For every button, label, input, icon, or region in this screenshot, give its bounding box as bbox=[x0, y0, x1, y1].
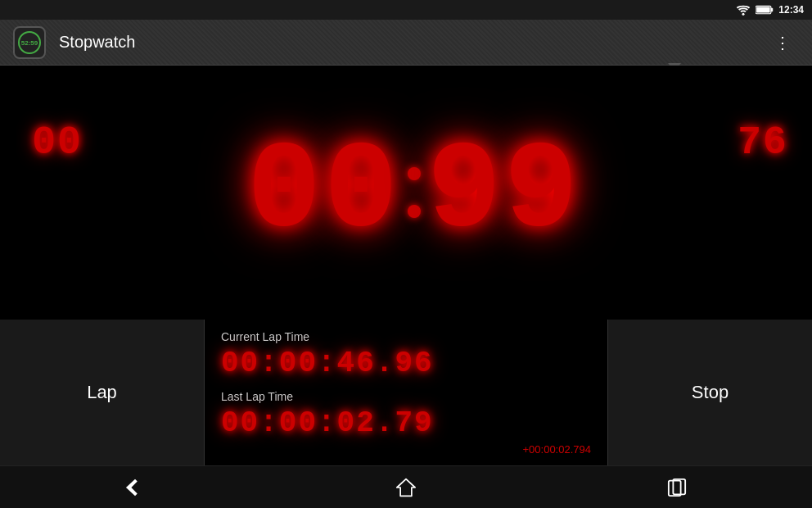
app-title: Stopwatch bbox=[59, 33, 768, 52]
svg-rect-2 bbox=[771, 8, 773, 12]
status-time: 12:34 bbox=[778, 4, 804, 16]
svg-rect-3 bbox=[756, 7, 770, 12]
lap-button-label: Lap bbox=[87, 382, 117, 403]
current-lap-label: Current Lap Time bbox=[221, 330, 591, 343]
main-time-right: 99 bbox=[427, 138, 581, 248]
stop-button[interactable]: Stop bbox=[607, 320, 812, 465]
svg-point-0 bbox=[742, 13, 745, 16]
wifi-icon bbox=[736, 4, 751, 16]
home-icon bbox=[395, 478, 417, 497]
main-time-display: 00 99 bbox=[98, 135, 730, 250]
svg-marker-4 bbox=[397, 479, 415, 496]
diff-time: +00:00:02.794 bbox=[221, 443, 591, 456]
small-counter-right: 76 bbox=[730, 123, 796, 162]
main-display: 00 00 99 76 bbox=[0, 66, 812, 320]
main-time-left: 00 bbox=[247, 138, 401, 248]
stop-button-label: Stop bbox=[692, 382, 729, 403]
colon-dot-bottom bbox=[408, 205, 421, 218]
home-button[interactable] bbox=[381, 471, 431, 504]
nav-bar bbox=[0, 465, 812, 508]
recents-button[interactable] bbox=[652, 471, 701, 504]
last-lap-time: 00:00:02.79 bbox=[221, 406, 591, 440]
center-info: Current Lap Time 00:00:46.96 Last Lap Ti… bbox=[205, 320, 607, 465]
battery-icon bbox=[756, 5, 774, 15]
colon-separator bbox=[408, 135, 421, 250]
recents-icon bbox=[665, 478, 688, 497]
lap-button[interactable]: Lap bbox=[0, 320, 205, 465]
app-icon-time: 52:59 bbox=[21, 39, 38, 46]
current-lap-time: 00:00:46.96 bbox=[221, 347, 591, 380]
small-counter-left: 00 bbox=[16, 123, 98, 162]
colon-dot-top bbox=[408, 167, 421, 180]
app-icon-inner: 52:59 bbox=[18, 31, 41, 54]
overflow-menu-button[interactable]: ⋮ bbox=[768, 26, 799, 59]
title-bar: 52:59 Stopwatch ⋮ bbox=[0, 20, 812, 66]
app-icon: 52:59 bbox=[13, 26, 46, 59]
back-button[interactable] bbox=[111, 471, 160, 504]
bottom-section: Lap Current Lap Time 00:00:46.96 Last La… bbox=[0, 320, 812, 465]
status-bar: 12:34 bbox=[0, 0, 812, 20]
back-icon bbox=[124, 478, 147, 497]
last-lap-label: Last Lap Time bbox=[221, 390, 591, 403]
status-icons: 12:34 bbox=[736, 4, 804, 16]
